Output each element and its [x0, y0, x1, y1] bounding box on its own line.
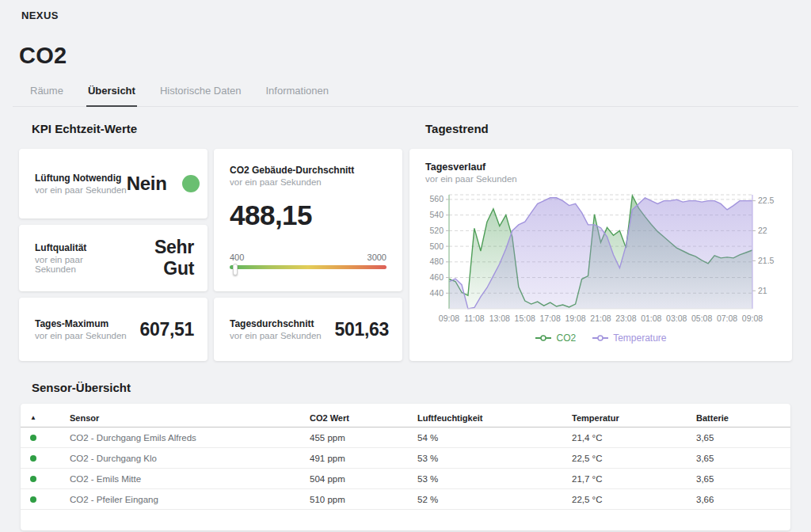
day-max-label: Tages-Maximum — [35, 318, 127, 329]
app-logo: NEXUS — [19, 10, 792, 21]
kpi-section-title: KPI Echtzeit-Werte — [32, 122, 402, 135]
column-header-luftfeuchtigkeit[interactable]: Luftfeuchtigkeit — [417, 413, 572, 423]
temperature-cell: 22,5 °C — [572, 495, 696, 504]
gauge-gradient-bar — [230, 265, 386, 269]
trend-section: Tagestrend Tagesverlauf vor ein paar Sek… — [409, 122, 792, 361]
ventilation-updated: vor ein paar Sekunden — [35, 185, 127, 195]
co2-value-cell: 510 ppm — [310, 495, 417, 504]
humidity-cell: 52 % — [417, 495, 572, 504]
table-row[interactable]: CO2 - Emils Mitte504 ppm53 %21,7 °C3,65 — [21, 469, 790, 489]
co2-range-gauge: 400 3000 — [230, 253, 386, 269]
column-header-sensor[interactable]: Sensor — [70, 413, 310, 423]
building-average-updated: vor ein paar Sekunden — [230, 177, 386, 187]
tab-historische-daten[interactable]: Historische Daten — [158, 85, 243, 107]
svg-text:480: 480 — [429, 256, 444, 266]
legend-item-co2[interactable]: CO2 — [535, 332, 576, 344]
trend-chart-card: Tagesverlauf vor ein paar Sekunden 44046… — [409, 149, 792, 361]
temperature-cell: 21,7 °C — [572, 474, 696, 484]
sensor-status-icon — [30, 496, 36, 503]
air-quality-label: Luftqualität — [35, 242, 123, 253]
day-max-updated: vor ein paar Sekunden — [35, 331, 127, 340]
co2-value-cell: 491 ppm — [310, 454, 417, 463]
building-average-value: 488,15 — [230, 200, 386, 231]
column-header-temperatur[interactable]: Temperatur — [572, 413, 696, 423]
day-max-value: 607,51 — [139, 319, 194, 340]
svg-text:19:08: 19:08 — [565, 314, 585, 323]
svg-text:09:08: 09:08 — [742, 314, 763, 323]
battery-cell: 3,65 — [696, 433, 790, 443]
gauge-min-label: 400 — [230, 253, 244, 262]
temperature-cell: 22,5 °C — [572, 454, 696, 463]
chart-legend: CO2Temperature — [425, 332, 776, 344]
ventilation-label: Lüftung Notwendig — [35, 173, 127, 184]
battery-cell: 3,66 — [696, 495, 790, 504]
ventilation-status-icon — [182, 175, 200, 192]
humidity-cell: 53 % — [417, 454, 572, 463]
co2-value-cell: 455 ppm — [310, 433, 417, 443]
tab-bar: RäumeÜbersichtHistorische DatenInformati… — [13, 85, 798, 107]
legend-label: Temperature — [613, 332, 666, 344]
day-average-card: Tagesdurchschnitt vor ein paar Sekunden … — [214, 298, 402, 361]
humidity-cell: 54 % — [417, 433, 572, 443]
tab-bersicht[interactable]: Übersicht — [86, 85, 137, 107]
ventilation-value: Nein — [127, 173, 167, 195]
table-row[interactable]: CO2 - Durchgang Klo491 ppm53 %22,5 °C3,6… — [21, 448, 790, 469]
tab-r-ume[interactable]: Räume — [29, 85, 65, 107]
air-quality-value: Sehr Gut — [123, 237, 194, 279]
gauge-handle — [233, 264, 238, 276]
legend-item-temperature[interactable]: Temperature — [592, 332, 666, 344]
svg-text:07:08: 07:08 — [717, 314, 737, 323]
svg-text:22.5: 22.5 — [758, 196, 775, 205]
sensor-name-cell: CO2 - Pfeiler Eingang — [70, 495, 310, 504]
chart-title: Tagesverlauf — [425, 162, 776, 173]
trend-section-title: Tagestrend — [425, 122, 792, 135]
tabs: RäumeÜbersichtHistorische DatenInformati… — [29, 85, 798, 106]
svg-text:05:08: 05:08 — [691, 314, 712, 323]
svg-text:500: 500 — [429, 241, 444, 251]
sensor-name-cell: CO2 - Emils Mitte — [70, 474, 310, 484]
legend-marker-icon — [592, 334, 609, 342]
svg-text:440: 440 — [429, 288, 444, 298]
sensor-table: ▲SensorCO2 WertLuftfeuchtigkeitTemperatu… — [21, 404, 790, 530]
svg-text:09:08: 09:08 — [439, 314, 459, 323]
legend-label: CO2 — [556, 332, 576, 344]
kpi-section: KPI Echtzeit-Werte Lüftung Notwendig vor… — [19, 122, 402, 361]
sort-ascending-icon[interactable]: ▲ — [30, 414, 36, 421]
svg-text:460: 460 — [429, 272, 444, 282]
day-max-card: Tages-Maximum vor ein paar Sekunden 607,… — [19, 298, 208, 361]
svg-text:17:08: 17:08 — [540, 314, 561, 323]
sensor-status-icon — [30, 435, 36, 441]
temperature-cell: 21,4 °C — [572, 433, 696, 443]
battery-cell: 3,65 — [696, 474, 790, 484]
table-row[interactable]: CO2 - Pfeiler Eingang510 ppm52 %22,5 °C3… — [21, 489, 790, 510]
svg-text:21:08: 21:08 — [590, 314, 611, 323]
column-header-batterie[interactable]: Batterie — [696, 413, 790, 423]
svg-text:11:08: 11:08 — [464, 314, 485, 323]
air-quality-card: Luftqualität vor ein paar Sekunden Sehr … — [19, 225, 208, 291]
sensors-section: Sensor-Übersicht ▲SensorCO2 WertLuftfeuc… — [19, 381, 792, 530]
svg-text:21.5: 21.5 — [758, 256, 775, 265]
svg-text:21: 21 — [758, 286, 767, 295]
svg-text:13:08: 13:08 — [489, 314, 510, 323]
page-title: CO2 — [19, 43, 792, 69]
co2-value-cell: 504 ppm — [310, 474, 417, 484]
column-header-co2-wert[interactable]: CO2 Wert — [310, 413, 417, 423]
svg-text:560: 560 — [429, 194, 444, 203]
table-row[interactable]: CO2 - Durchgang Emils Alfreds455 ppm54 %… — [21, 428, 790, 448]
building-average-card: CO2 Gebäude-Durchschnitt vor ein paar Se… — [214, 149, 402, 291]
svg-text:520: 520 — [429, 226, 444, 235]
legend-marker-icon — [535, 334, 552, 342]
day-average-value: 501,63 — [334, 319, 389, 340]
sensor-status-icon — [30, 476, 36, 482]
day-average-label: Tagesdurchschnitt — [230, 318, 322, 329]
air-quality-updated: vor ein paar Sekunden — [35, 255, 123, 274]
svg-text:01:08: 01:08 — [641, 314, 661, 323]
table-header-row: ▲SensorCO2 WertLuftfeuchtigkeitTemperatu… — [21, 408, 790, 428]
sensor-name-cell: CO2 - Durchgang Emils Alfreds — [70, 433, 310, 443]
dashboard-page: NEXUS CO2 RäumeÜbersichtHistorische Date… — [0, 0, 811, 530]
svg-text:03:08: 03:08 — [666, 314, 687, 323]
svg-text:540: 540 — [429, 210, 444, 219]
tab-informationen[interactable]: Informationen — [265, 85, 331, 107]
svg-text:23:08: 23:08 — [615, 314, 636, 323]
chart-updated: vor ein paar Sekunden — [425, 174, 776, 184]
